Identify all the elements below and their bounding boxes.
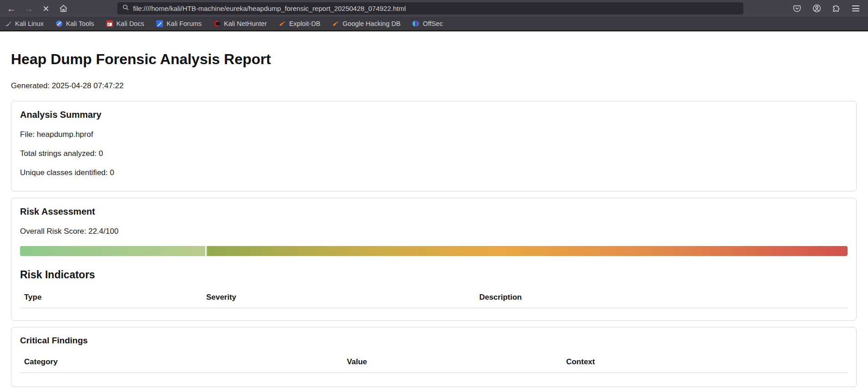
offsec-icon <box>412 20 419 27</box>
bookmark-offsec[interactable]: OffSec <box>412 20 443 27</box>
toolbar-right-group <box>790 2 863 15</box>
home-button[interactable] <box>56 2 70 15</box>
critical-findings-table: Category Value Context <box>20 353 848 373</box>
summary-classes-line: Unique classes identified: 0 <box>20 168 848 177</box>
kali-tools-icon <box>56 20 63 27</box>
google-hacking-db-icon <box>332 20 339 27</box>
column-header-severity: Severity <box>202 288 475 308</box>
critical-findings-header-row: Category Value Context <box>20 353 848 373</box>
bookmark-kali-tools[interactable]: Kali Tools <box>56 20 94 27</box>
analysis-summary-heading: Analysis Summary <box>20 110 848 120</box>
extensions-button[interactable] <box>829 2 843 15</box>
nav-button-group: ← → × <box>5 2 70 15</box>
back-button[interactable]: ← <box>5 2 18 15</box>
risk-indicators-table: Type Severity Description <box>20 288 848 308</box>
url-bar[interactable]: file:////home/kali/HTB-machine/eureka/he… <box>117 2 743 15</box>
bookmark-label: Exploit-DB <box>289 20 321 27</box>
bookmark-google-hacking-db[interactable]: Google Hacking DB <box>332 20 400 27</box>
column-header-type: Type <box>20 288 202 308</box>
forward-icon: → <box>24 2 33 15</box>
bookmark-label: Google Hacking DB <box>343 20 400 27</box>
critical-findings-heading: Critical Findings <box>20 336 848 346</box>
kali-dragon-icon <box>5 20 12 27</box>
bookmark-kali-docs[interactable]: Kali Docs <box>106 20 144 27</box>
stop-icon: × <box>43 2 49 15</box>
account-icon <box>812 4 821 13</box>
url-text: file:////home/kali/HTB-machine/eureka/he… <box>133 5 406 12</box>
bookmark-label: OffSec <box>423 20 443 27</box>
search-icon <box>122 4 129 13</box>
summary-file-line: File: heapdump.hprof <box>20 130 848 139</box>
browser-toolbar: ← → × file:////home/kali/HTB-machin <box>0 0 868 17</box>
stop-button[interactable]: × <box>39 2 53 15</box>
bookmark-kali-nethunter[interactable]: Kali NetHunter <box>213 20 267 27</box>
column-header-description: Description <box>475 288 848 308</box>
pocket-icon <box>793 5 801 13</box>
analysis-summary-box: Analysis Summary File: heapdump.hprof To… <box>11 101 857 191</box>
back-icon: ← <box>7 2 16 15</box>
bookmark-kali-linux[interactable]: Kali Linux <box>5 20 44 27</box>
risk-indicators-header-row: Type Severity Description <box>20 288 848 308</box>
summary-strings-line: Total strings analyzed: 0 <box>20 149 848 158</box>
bookmark-exploit-db[interactable]: Exploit-DB <box>279 20 321 27</box>
forward-button[interactable]: → <box>22 2 35 15</box>
column-header-context: Context <box>562 353 848 373</box>
risk-assessment-box: Risk Assessment Overall Risk Score: 22.4… <box>11 198 857 321</box>
kali-nethunter-icon <box>213 20 221 27</box>
column-header-value: Value <box>343 353 562 373</box>
bookmark-label: Kali Tools <box>66 20 94 27</box>
generated-timestamp: Generated: 2025-04-28 07:47:22 <box>11 81 857 90</box>
account-button[interactable] <box>810 2 823 15</box>
extensions-icon <box>832 5 840 13</box>
menu-icon <box>852 5 859 11</box>
page-title: Heap Dump Forensic Analysis Report <box>11 51 857 68</box>
bookmark-label: Kali Docs <box>116 20 144 27</box>
bookmarks-bar: Kali Linux Kali Tools Kali Docs <box>0 17 868 31</box>
risk-score-marker <box>205 246 207 256</box>
kali-docs-icon <box>106 20 113 27</box>
pocket-button[interactable] <box>790 2 804 15</box>
menu-button[interactable] <box>849 2 863 15</box>
bookmark-label: Kali Forums <box>167 20 202 27</box>
bookmark-label: Kali Linux <box>15 20 44 27</box>
risk-score-gradient-bar <box>20 246 848 256</box>
risk-assessment-heading: Risk Assessment <box>20 206 848 217</box>
home-icon <box>59 4 68 13</box>
critical-findings-box: Critical Findings Category Value Context <box>11 327 857 387</box>
exploit-db-icon <box>279 20 286 27</box>
column-header-category: Category <box>20 353 343 373</box>
risk-score-line: Overall Risk Score: 22.4/100 <box>20 227 848 236</box>
bookmark-label: Kali NetHunter <box>224 20 267 27</box>
risk-indicators-heading: Risk Indicators <box>20 269 848 281</box>
bookmark-kali-forums[interactable]: Kali Forums <box>156 20 202 27</box>
report-page: Heap Dump Forensic Analysis Report Gener… <box>0 31 868 391</box>
kali-forums-icon <box>156 20 163 27</box>
